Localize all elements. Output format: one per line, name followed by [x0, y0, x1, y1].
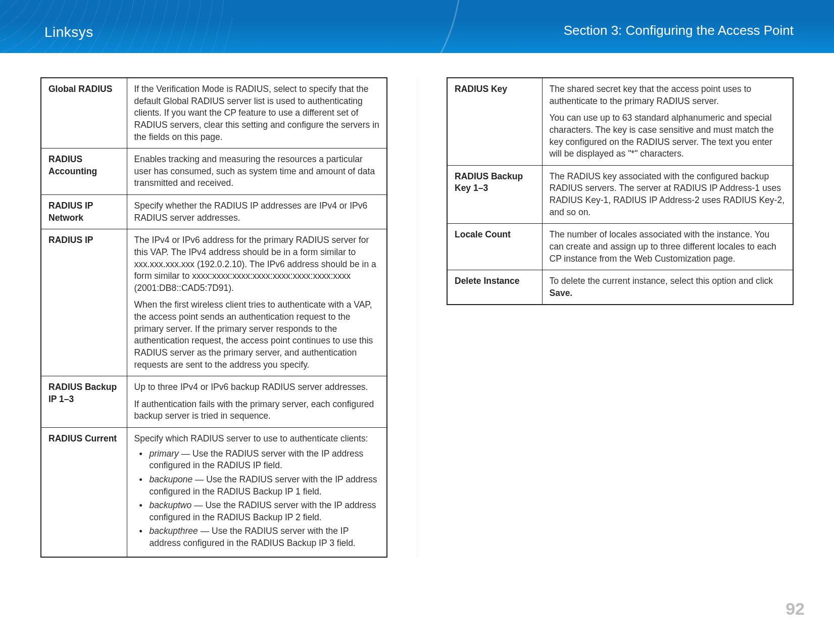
bullet-list: primary — Use the RADIUS server with the… [134, 448, 380, 550]
paragraph: If authentication fails with the primary… [134, 399, 380, 422]
content-area: Global RADIUSIf the Verification Mode is… [0, 53, 834, 558]
paragraph: The IPv4 or IPv6 address for the primary… [134, 234, 380, 294]
brand-text: Linksys [44, 24, 93, 40]
row-label: Locale Count [447, 224, 542, 270]
paragraph: Specify which RADIUS server to use to au… [134, 433, 380, 445]
row-description: The IPv4 or IPv6 address for the primary… [127, 229, 387, 376]
row-description: To delete the current instance, select t… [542, 270, 793, 305]
table-row: RADIUS AccountingEnables tracking and me… [41, 148, 387, 195]
row-label: Global RADIUS [41, 78, 127, 148]
row-label: Delete Instance [447, 270, 542, 305]
row-label: RADIUS Current [41, 428, 127, 557]
paragraph: The shared secret key that the access po… [550, 83, 786, 107]
row-label: RADIUS Key [447, 78, 542, 165]
paragraph: The RADIUS key associated with the confi… [550, 171, 786, 219]
list-term: primary [150, 449, 179, 459]
row-description: Up to three IPv4 or IPv6 backup RADIUS s… [127, 376, 387, 428]
list-term: backuptwo [150, 500, 192, 510]
page-number: 92 [786, 599, 805, 619]
paragraph: Up to three IPv4 or IPv6 backup RADIUS s… [134, 381, 380, 393]
table-row: RADIUS IPThe IPv4 or IPv6 address for th… [41, 229, 387, 376]
paragraph: When the first wireless client tries to … [134, 299, 380, 371]
row-label: RADIUS Backup Key 1–3 [447, 165, 542, 224]
row-description: The shared secret key that the access po… [542, 78, 793, 165]
row-label: RADIUS Accounting [41, 148, 127, 195]
list-item: primary — Use the RADIUS server with the… [134, 448, 380, 472]
row-label: RADIUS Backup IP 1–3 [41, 376, 127, 428]
table-row: Delete InstanceTo delete the current ins… [447, 270, 793, 305]
paragraph: Enables tracking and measuring the resou… [134, 154, 380, 189]
right-column: RADIUS KeyThe shared secret key that the… [447, 77, 794, 558]
row-description: Specify which RADIUS server to use to au… [127, 428, 387, 557]
row-description: The RADIUS key associated with the confi… [542, 165, 793, 224]
section-title: Section 3: Configuring the Access Point [564, 23, 794, 38]
row-description: If the Verification Mode is RADIUS, sele… [127, 78, 387, 148]
row-label: RADIUS IP Network [41, 195, 127, 229]
table-row: Locale CountThe number of locales associ… [447, 224, 793, 270]
table-right: RADIUS KeyThe shared secret key that the… [447, 77, 794, 305]
table-row: RADIUS CurrentSpecify which RADIUS serve… [41, 428, 387, 557]
table-row: RADIUS KeyThe shared secret key that the… [447, 78, 793, 165]
list-item: backupone — Use the RADIUS server with t… [134, 474, 380, 498]
paragraph: The number of locales associated with th… [550, 229, 786, 265]
list-term: backupthree [150, 526, 198, 536]
table-row: RADIUS IP NetworkSpecify whether the RAD… [41, 195, 387, 229]
paragraph: You can use up to 63 standard alphanumer… [550, 112, 786, 160]
row-description: The number of locales associated with th… [542, 224, 793, 270]
table-left: Global RADIUSIf the Verification Mode is… [40, 77, 387, 558]
table-row: RADIUS Backup IP 1–3Up to three IPv4 or … [41, 376, 387, 428]
paragraph: If the Verification Mode is RADIUS, sele… [134, 83, 380, 143]
left-column: Global RADIUSIf the Verification Mode is… [40, 77, 387, 558]
row-description: Enables tracking and measuring the resou… [127, 148, 387, 195]
paragraph: Specify whether the RADIUS IP addresses … [134, 200, 380, 224]
column-separator [417, 77, 417, 558]
row-label: RADIUS IP [41, 229, 127, 376]
bold-text: Save. [550, 288, 573, 298]
row-description: Specify whether the RADIUS IP addresses … [127, 195, 387, 229]
paragraph: To delete the current instance, select t… [550, 275, 786, 299]
doc-header: Linksys Section 3: Configuring the Acces… [0, 0, 834, 53]
list-item: backuptwo — Use the RADIUS server with t… [134, 500, 380, 523]
list-term: backupone [150, 474, 193, 484]
table-row: RADIUS Backup Key 1–3The RADIUS key asso… [447, 165, 793, 224]
table-row: Global RADIUSIf the Verification Mode is… [41, 78, 387, 148]
list-item: backupthree — Use the RADIUS server with… [134, 525, 380, 549]
